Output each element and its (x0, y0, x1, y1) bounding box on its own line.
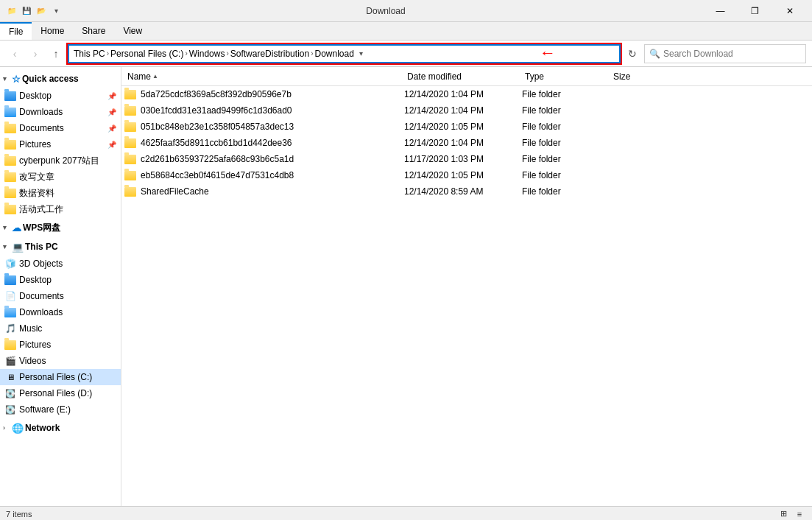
window-title: Download (68, 6, 704, 16)
table-row[interactable]: 4625faaf35d8911ccb61bd1d442dee36 12/14/2… (121, 135, 812, 151)
sidebar-item-gaoxie[interactable]: 改写文章 (0, 169, 121, 185)
drive-c-icon: 🖥 (4, 373, 16, 382)
sidebar-item-downloads-pc[interactable]: Downloads (0, 304, 121, 320)
sidebar-item-personal-d[interactable]: 💽 Personal Files (D:) (0, 385, 121, 401)
breadcrumb-windows[interactable]: Windows (189, 49, 225, 59)
sidebar-item-music[interactable]: 🎵 Music (0, 320, 121, 337)
refresh-button[interactable]: ↻ (624, 44, 641, 63)
sidebar-item-huodong[interactable]: 活动式工作 (0, 201, 121, 217)
sort-arrow-icon: ▲ (152, 73, 158, 80)
breadcrumb-dropdown[interactable]: ▾ (354, 44, 369, 63)
file-type: File folder (522, 154, 610, 164)
forward-button[interactable]: › (27, 45, 44, 63)
table-row[interactable]: 030e1fcdd31e31aad9499f6c1d3d6ad0 12/14/2… (121, 102, 812, 119)
search-input[interactable] (663, 49, 801, 59)
wps-header[interactable]: ▾ ☁ WPS网盘 (0, 219, 121, 236)
folder-icon (124, 171, 136, 180)
col-header-size[interactable]: Size (610, 67, 669, 85)
table-row[interactable]: c2d261b635937225afa668c93b6c5a1d 11/17/2… (121, 151, 812, 167)
list-view-button[interactable]: ≡ (793, 507, 806, 521)
col-header-name[interactable]: Name ▲ (124, 67, 404, 85)
quick-access-header[interactable]: ▾ ☆ Quick access (0, 70, 121, 88)
file-date: 12/14/2020 1:04 PM (404, 138, 522, 148)
sidebar-item-pictures-qa[interactable]: Pictures 📌 (0, 136, 121, 152)
up-button[interactable]: ↑ (47, 45, 65, 63)
folder-icon (4, 340, 16, 350)
sidebar-label: 活动式工作 (19, 203, 63, 216)
tab-file[interactable]: File (0, 22, 32, 40)
dropdown-icon[interactable]: ▾ (50, 5, 62, 17)
star-icon: ☆ (12, 74, 21, 85)
sidebar-item-pictures-pc[interactable]: Pictures (0, 337, 121, 353)
sidebar-item-cyberpunk[interactable]: cyberpunk 2077站目 (0, 152, 121, 169)
close-button[interactable]: ✕ (773, 0, 806, 22)
file-name-label: 5da725cdcf8369a5c8f392db90596e7b (141, 89, 292, 99)
sidebar-label: Desktop (19, 91, 52, 101)
chevron-down-icon: ▾ (3, 224, 10, 231)
folder-icon (124, 122, 136, 132)
folder-blue-icon (4, 275, 16, 285)
folder-icon (4, 189, 16, 198)
col-size-label: Size (613, 71, 630, 82)
sidebar-label: Pictures (19, 340, 51, 350)
minimize-button[interactable]: — (704, 0, 737, 22)
address-bar: ‹ › ↑ This PC › Personal Files (C:) › Wi… (0, 41, 812, 67)
sidebar-item-personal-c[interactable]: 🖥 Personal Files (C:) (0, 369, 121, 385)
sidebar-item-desktop-qa[interactable]: Desktop 📌 (0, 88, 121, 104)
sidebar-item-downloads-qa[interactable]: Downloads 📌 (0, 104, 121, 120)
table-row[interactable]: eb58684cc3eb0f4615de47d7531c4db8 12/14/2… (121, 167, 812, 183)
table-row[interactable]: SharedFileCache 12/14/2020 8:59 AM File … (121, 183, 812, 200)
col-header-date[interactable]: Date modified (404, 67, 522, 85)
file-date: 12/14/2020 1:04 PM (404, 105, 522, 116)
save-icon: 💾 (21, 5, 32, 17)
window-controls: — ❐ ✕ (704, 0, 806, 22)
sidebar-label: 3D Objects (19, 259, 63, 269)
tab-view[interactable]: View (114, 22, 151, 40)
breadcrumb-softwaredist[interactable]: SoftwareDistribution (230, 49, 309, 59)
sidebar-item-shuju[interactable]: 数据资料 (0, 185, 121, 201)
wps-section: ▾ ☁ WPS网盘 (0, 219, 121, 236)
col-type-label: Type (525, 71, 544, 82)
sidebar-label: cyberpunk 2077站目 (19, 155, 99, 167)
breadcrumb-personalfiles[interactable]: Personal Files (C:) (110, 49, 183, 59)
back-button[interactable]: ‹ (6, 45, 24, 63)
sidebar-item-software-e[interactable]: 💽 Software (E:) (0, 401, 121, 418)
file-list: 5da725cdcf8369a5c8f392db90596e7b 12/14/2… (121, 86, 812, 506)
network-header[interactable]: › 🌐 Network (0, 419, 121, 437)
ribbon-tabs: File Home Share View (0, 22, 812, 40)
sidebar-item-documents-qa[interactable]: Documents 📌 (0, 120, 121, 136)
folder-icon (4, 172, 16, 182)
sidebar-item-3dobjects[interactable]: 🧊 3D Objects (0, 256, 121, 272)
sidebar-label: Music (19, 323, 42, 334)
maximize-button[interactable]: ❐ (738, 0, 772, 22)
file-name-label: 030e1fcdd31e31aad9499f6c1d3d6ad0 (141, 105, 292, 116)
folder-icon (124, 187, 136, 197)
breadcrumb[interactable]: This PC › Personal Files (C:) › Windows … (68, 44, 621, 63)
sidebar-label: Personal Files (C:) (19, 372, 92, 382)
sidebar-item-videos[interactable]: 🎬 Videos (0, 353, 121, 369)
chevron-down-icon: ▾ (3, 243, 10, 250)
table-row[interactable]: 051bc848eb23e1c358f054857a3dec13 12/14/2… (121, 119, 812, 135)
sidebar-item-documents-pc[interactable]: 📄 Documents (0, 288, 121, 304)
tab-share[interactable]: Share (73, 22, 114, 40)
sidebar-item-desktop-pc[interactable]: Desktop (0, 272, 121, 288)
breadcrumb-thispc[interactable]: This PC (74, 49, 105, 59)
folder-icon (4, 140, 16, 150)
tab-home[interactable]: Home (32, 22, 73, 40)
status-bar: 7 items ⊞ ≡ (0, 506, 812, 520)
pin-icon: 📌 (107, 141, 116, 149)
file-name-label: c2d261b635937225afa668c93b6c5a1d (141, 154, 294, 164)
col-header-type[interactable]: Type (522, 67, 610, 85)
documents-icon: 📄 (4, 291, 16, 301)
breadcrumb-download[interactable]: Download (315, 49, 354, 59)
table-row[interactable]: 5da725cdcf8369a5c8f392db90596e7b 12/14/2… (121, 86, 812, 102)
this-pc-header[interactable]: ▾ 💻 This PC (0, 238, 121, 256)
search-icon: 🔍 (649, 49, 660, 59)
details-view-button[interactable]: ⊞ (777, 507, 790, 521)
file-type: File folder (522, 170, 610, 180)
app-icon: 📁 (6, 5, 18, 17)
file-type: File folder (522, 138, 610, 148)
file-name-label: eb58684cc3eb0f4615de47d7531c4db8 (141, 170, 294, 180)
network-icon: 🌐 (12, 423, 24, 434)
sidebar-label: Downloads (19, 107, 63, 117)
